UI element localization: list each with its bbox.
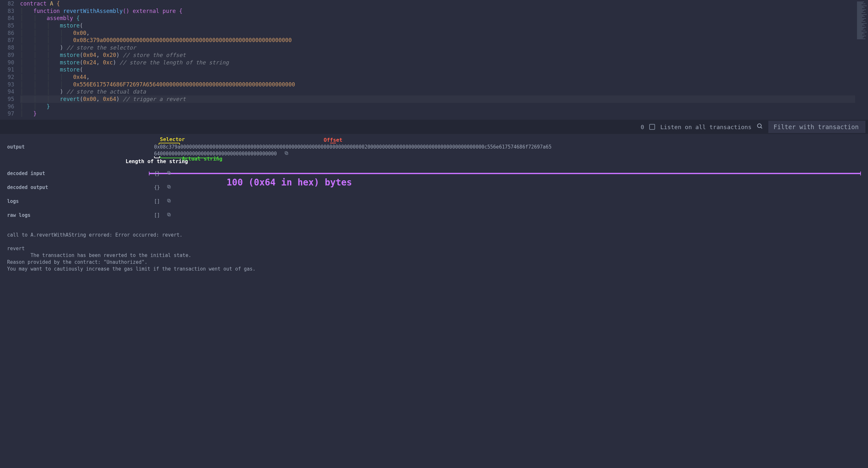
offset-bracket — [330, 143, 336, 145]
svg-rect-11 — [167, 213, 169, 215]
transaction-filter-input[interactable] — [768, 121, 865, 133]
annotation-selector: Selector — [160, 136, 185, 143]
actual-string-bracket — [160, 156, 218, 158]
raw-logs-value: [] — [154, 212, 861, 219]
decoded-output-value: {} — [154, 184, 861, 191]
raw-logs-label: raw logs — [7, 212, 154, 219]
logs-value: [] — [154, 198, 861, 205]
copy-icon[interactable] — [167, 185, 171, 190]
decoded-output-label: decoded output — [7, 184, 154, 191]
output-label: output — [7, 144, 154, 151]
svg-rect-7 — [167, 185, 169, 187]
copy-icon[interactable] — [167, 198, 171, 204]
svg-point-0 — [757, 124, 762, 127]
length-bracket — [154, 156, 160, 158]
decoded-input-value: {} — [154, 170, 861, 177]
code-editor[interactable]: 82838485868788899091929394959697 contrac… — [0, 0, 868, 120]
svg-rect-9 — [167, 199, 169, 201]
output-value: 0x08c379a0000000000000000000000000000000… — [154, 144, 861, 157]
terminal-panel[interactable]: output 0x08c379a000000000000000000000000… — [0, 134, 868, 468]
selector-bracket — [159, 143, 180, 145]
decoded-input-row: decoded input {} — [7, 170, 861, 177]
annotation-length: Length of the string — [126, 158, 188, 165]
pending-count: 0 — [641, 124, 644, 130]
minimap-lines — [857, 2, 867, 39]
svg-rect-10 — [168, 214, 170, 216]
copy-icon[interactable] — [284, 151, 289, 157]
search-icon[interactable] — [757, 123, 763, 131]
svg-rect-4 — [168, 172, 170, 175]
svg-rect-6 — [168, 186, 170, 188]
logs-label: logs — [7, 198, 154, 205]
decoded-input-label: decoded input — [7, 170, 154, 177]
line-number-gutter: 82838485868788899091929394959697 — [0, 0, 20, 120]
minimap[interactable] — [855, 0, 868, 120]
raw-logs-row: raw logs [] — [7, 212, 861, 219]
svg-rect-3 — [285, 152, 287, 154]
svg-rect-5 — [167, 171, 169, 174]
decoded-output-row: decoded output {} — [7, 184, 861, 191]
output-row: output 0x08c379a000000000000000000000000… — [7, 144, 861, 157]
error-output: call to A.revertWithAString errored: Err… — [7, 232, 861, 273]
copy-icon[interactable] — [167, 170, 171, 177]
code-content[interactable]: contract A {│ function revertWithAssembl… — [20, 0, 855, 120]
listen-all-checkbox[interactable] — [649, 124, 655, 130]
copy-icon[interactable] — [167, 212, 171, 218]
svg-rect-8 — [168, 200, 170, 202]
logs-row: logs [] — [7, 198, 861, 205]
svg-line-1 — [761, 127, 762, 128]
svg-rect-2 — [286, 152, 288, 155]
transaction-filter-bar: 0 Listen on all transactions — [0, 120, 868, 134]
listen-all-label: Listen on all transactions — [660, 124, 751, 130]
